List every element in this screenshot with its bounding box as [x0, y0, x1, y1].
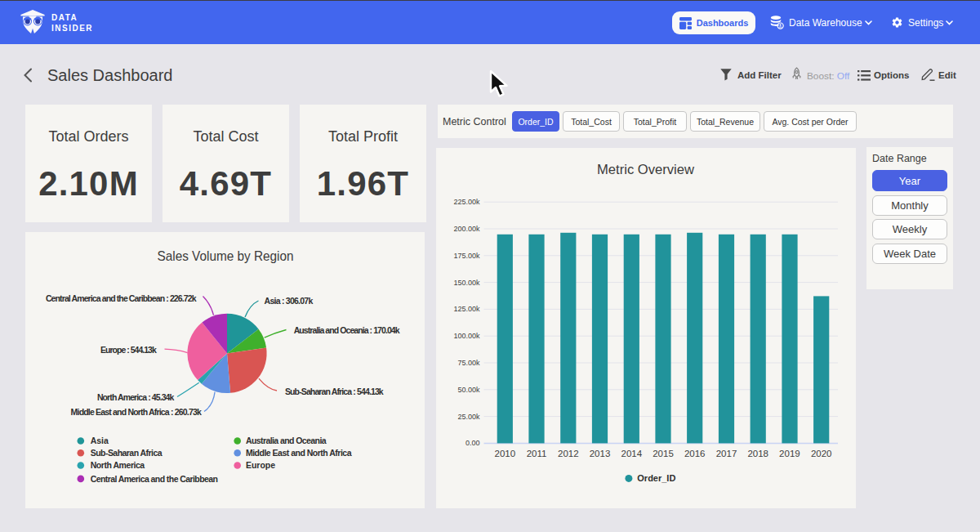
svg-text:Asia : 306.07k: Asia : 306.07k: [265, 296, 314, 306]
svg-text:Asia: Asia: [91, 436, 109, 445]
svg-text:2014: 2014: [621, 449, 643, 458]
svg-text:75.00k: 75.00k: [457, 359, 480, 367]
svg-text:Australia and Oceania : 170.04: Australia and Oceania : 170.04k: [294, 325, 400, 335]
svg-text:Order_ID: Order_ID: [637, 473, 675, 483]
svg-text:North America: North America: [91, 460, 145, 470]
svg-text:Middle East and North Africa :: Middle East and North Africa : 260.73k: [71, 407, 202, 417]
svg-text:150.00k: 150.00k: [453, 279, 480, 287]
svg-text:25.00k: 25.00k: [457, 413, 480, 421]
svg-text:Europe : 544.13k: Europe : 544.13k: [100, 345, 157, 355]
svg-text:2018: 2018: [747, 449, 768, 458]
svg-text:Middle East and North Africa: Middle East and North Africa: [246, 448, 352, 458]
svg-text:Europe: Europe: [246, 460, 275, 470]
svg-text:Australia and Oceania: Australia and Oceania: [246, 436, 327, 445]
svg-text:175.00k: 175.00k: [453, 252, 480, 260]
svg-text:2020: 2020: [811, 449, 832, 458]
svg-text:50.00k: 50.00k: [457, 386, 480, 394]
svg-text:2012: 2012: [558, 449, 579, 458]
svg-text:Central America and the Caribb: Central America and the Caribbean : 226.…: [46, 293, 197, 303]
svg-text:Sales Volume by Region: Sales Volume by Region: [158, 248, 294, 264]
svg-text:2010: 2010: [495, 449, 516, 458]
svg-text:2016: 2016: [684, 449, 706, 458]
svg-text:Sub-Saharan Africa: Sub-Saharan Africa: [91, 448, 163, 458]
svg-text:0.00: 0.00: [466, 439, 480, 447]
svg-text:North America : 45.34k: North America : 45.34k: [97, 392, 175, 402]
svg-text:2017: 2017: [716, 449, 737, 458]
svg-text:2011: 2011: [527, 449, 547, 458]
svg-text:2019: 2019: [779, 449, 800, 458]
svg-text:125.00k: 125.00k: [453, 305, 480, 313]
svg-text:Central America and the Caribb: Central America and the Caribbean: [91, 474, 218, 484]
svg-text:200.00k: 200.00k: [453, 225, 480, 233]
svg-text:2013: 2013: [590, 449, 611, 458]
svg-text:225.00k: 225.00k: [453, 198, 480, 206]
svg-text:Metric Overview: Metric Overview: [597, 163, 694, 177]
svg-text:Sub-Saharan Africa : 544.13k: Sub-Saharan Africa : 544.13k: [285, 387, 384, 396]
svg-text:100.00k: 100.00k: [453, 332, 480, 340]
svg-text:2015: 2015: [653, 449, 674, 458]
